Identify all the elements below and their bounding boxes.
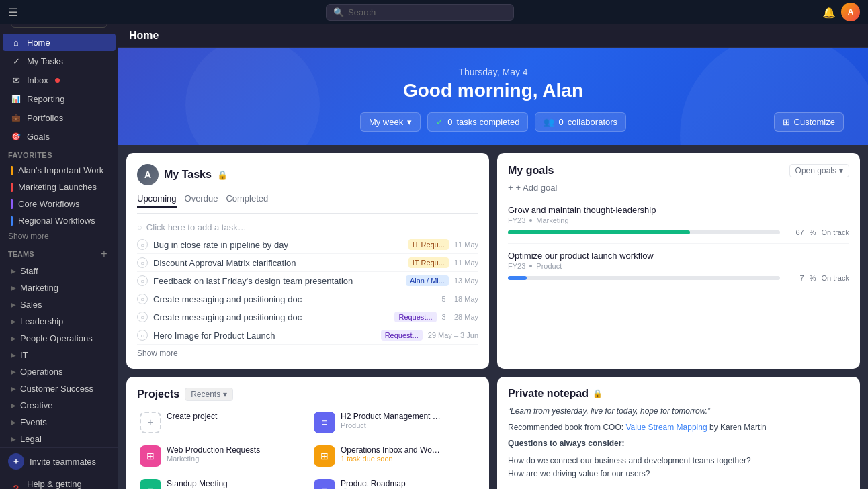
sidebar-item-my-tasks[interactable]: ✓ My Tasks bbox=[3, 52, 116, 70]
task-name: Discount Approval Matrix clarification bbox=[153, 258, 403, 268]
project-item-operations-inbox[interactable]: ⊞ Operations Inbox and Wo… 1 task due so… bbox=[311, 443, 478, 470]
week-filter-button[interactable]: My week ▾ bbox=[360, 112, 421, 132]
task-date: 3 – 28 May bbox=[442, 313, 478, 321]
team-item-people-operations[interactable]: ▶ People Operations bbox=[3, 330, 116, 346]
invite-teammates-button[interactable]: Invite teammates bbox=[0, 447, 118, 475]
team-item-it[interactable]: ▶ IT bbox=[3, 347, 116, 363]
task-tag[interactable]: Request... bbox=[381, 330, 423, 341]
task-date: 11 May bbox=[454, 240, 478, 249]
team-item-customer-success[interactable]: ▶ Customer Success bbox=[3, 381, 116, 396]
goal-row: Optimize our product launch workflow FY2… bbox=[508, 244, 849, 289]
book-link[interactable]: Value Stream Mapping bbox=[625, 423, 707, 432]
task-check-icon[interactable]: ○ bbox=[137, 330, 148, 341]
goals-header: My goals Open goals ▾ bbox=[508, 164, 849, 177]
collaborators-label: collaborators bbox=[568, 117, 617, 127]
collaborators-button[interactable]: 👥 0 collaborators bbox=[535, 112, 626, 132]
lock-icon-tasks: 🔒 bbox=[217, 170, 228, 180]
tasks-show-more[interactable]: Show more bbox=[137, 345, 478, 358]
project-item-standup[interactable]: ≡ Standup Meeting Staff bbox=[137, 476, 304, 489]
user-avatar[interactable]: A bbox=[841, 3, 860, 21]
search-bar[interactable]: 🔍 bbox=[326, 4, 514, 21]
checkmark-icon: ✓ bbox=[436, 117, 443, 127]
project-item-roadmap[interactable]: ≡ Product Roadmap 🔒 Private bbox=[311, 476, 478, 489]
hamburger-button[interactable]: ☰ bbox=[8, 6, 17, 19]
recents-button[interactable]: Recents ▾ bbox=[185, 388, 233, 401]
task-tag[interactable]: IT Requ... bbox=[408, 239, 449, 250]
task-tag[interactable]: IT Requ... bbox=[408, 257, 449, 268]
goal-status: On track bbox=[821, 228, 849, 236]
project-item-h2[interactable]: ≡ H2 Product Management … Product bbox=[311, 409, 478, 436]
team-item-creative[interactable]: ▶ Creative bbox=[3, 398, 116, 413]
team-item-leadership[interactable]: ▶ Leadership bbox=[3, 314, 116, 329]
chevron-icon: ▶ bbox=[11, 301, 16, 308]
favorites-show-more[interactable]: Show more bbox=[0, 229, 118, 244]
create-project-icon: + bbox=[140, 412, 161, 433]
team-item-legal[interactable]: ▶ Legal bbox=[3, 431, 116, 447]
team-label: Staff bbox=[20, 266, 38, 276]
chevron-icon: ▶ bbox=[11, 435, 16, 443]
project-item-create[interactable]: + Create project bbox=[137, 409, 304, 436]
team-label: Events bbox=[20, 417, 47, 427]
open-goals-button[interactable]: Open goals ▾ bbox=[789, 164, 849, 177]
sidebar-item-goals[interactable]: 🎯 Goals bbox=[3, 128, 116, 145]
team-label: Marketing bbox=[20, 283, 58, 293]
task-check-icon[interactable]: ○ bbox=[137, 257, 148, 268]
team-label: Leadership bbox=[20, 316, 63, 326]
project-item-web-production[interactable]: ⊞ Web Production Requests Marketing bbox=[137, 443, 304, 470]
favorite-alans-important-work[interactable]: Alan's Important Work bbox=[3, 163, 116, 178]
book-author: by Karen Martin bbox=[709, 423, 767, 432]
chevron-icon: ▶ bbox=[11, 385, 16, 392]
tab-upcoming[interactable]: Upcoming bbox=[137, 193, 177, 208]
lock-icon: 🔒 bbox=[593, 389, 603, 398]
tasks-completed-count: 0 bbox=[447, 117, 452, 127]
team-item-marketing[interactable]: ▶ Marketing bbox=[3, 280, 116, 296]
teams-section-label: Teams bbox=[8, 250, 34, 258]
sidebar-item-reporting-label: Reporting bbox=[27, 94, 64, 104]
chevron-down-icon: ▾ bbox=[839, 166, 843, 175]
team-item-events[interactable]: ▶ Events bbox=[3, 414, 116, 430]
notifications-button[interactable]: 🔔 bbox=[822, 6, 836, 19]
goal-progress-row: 7% On track bbox=[508, 274, 849, 282]
tab-overdue[interactable]: Overdue bbox=[185, 193, 218, 208]
team-label: Customer Success bbox=[20, 384, 93, 394]
add-team-button[interactable]: + bbox=[98, 248, 110, 260]
sidebar-item-reporting[interactable]: 📊 Reporting bbox=[3, 90, 116, 107]
favorite-regional-workflows[interactable]: Regional Workflows bbox=[3, 213, 116, 228]
customize-button[interactable]: ⊞ Customize bbox=[774, 112, 844, 132]
notepad-book-recommendation: Recommended book from COO: Value Stream … bbox=[508, 421, 849, 433]
inbox-badge bbox=[55, 78, 60, 83]
task-tag[interactable]: Alan / Mi... bbox=[406, 275, 449, 286]
invite-label: Invite teammates bbox=[30, 457, 96, 467]
fav-bar-icon bbox=[11, 183, 13, 192]
fav-bar-icon bbox=[11, 199, 13, 209]
favorite-core-workflows[interactable]: Core Workflows bbox=[3, 196, 116, 212]
sidebar-item-inbox[interactable]: ✉ Inbox bbox=[3, 71, 116, 89]
notepad-card: Private notepad 🔒 “Learn from yesterday,… bbox=[497, 377, 860, 489]
tasks-completed-button[interactable]: ✓ 0 tasks completed bbox=[427, 112, 528, 132]
add-goal-button[interactable]: + + Add goal bbox=[508, 183, 849, 193]
collaborators-count: 0 bbox=[558, 117, 563, 127]
my-tasks-title: My Tasks bbox=[164, 169, 212, 181]
task-check-icon[interactable]: ○ bbox=[137, 312, 148, 322]
task-check-icon[interactable]: ○ bbox=[137, 275, 148, 286]
task-tag[interactable]: Request... bbox=[394, 312, 436, 322]
search-input[interactable] bbox=[348, 7, 496, 17]
team-item-staff[interactable]: ▶ Staff bbox=[3, 263, 116, 279]
project-info: Product Roadmap 🔒 Private bbox=[341, 479, 406, 489]
sidebar-item-help[interactable]: ❓ Help & getting started bbox=[3, 476, 116, 489]
team-item-sales[interactable]: ▶ Sales bbox=[3, 297, 116, 312]
invite-icon bbox=[8, 453, 24, 470]
customize-icon: ⊞ bbox=[783, 117, 790, 127]
project-sub: Product bbox=[341, 421, 441, 429]
task-check-icon[interactable]: ○ bbox=[137, 239, 148, 250]
sidebar-item-home[interactable]: ⌂ Home bbox=[3, 34, 116, 51]
add-task-row[interactable]: ○ Click here to add a task… bbox=[137, 219, 478, 236]
sidebar-item-portfolios[interactable]: 💼 Portfolios bbox=[3, 109, 116, 126]
tab-completed[interactable]: Completed bbox=[226, 193, 268, 208]
task-check-icon[interactable]: ○ bbox=[137, 294, 148, 304]
task-date: 29 May – 3 Jun bbox=[428, 331, 478, 339]
favorite-marketing-launches[interactable]: Marketing Launches bbox=[3, 179, 116, 195]
reporting-icon: 📊 bbox=[11, 93, 21, 104]
team-item-operations[interactable]: ▶ Operations bbox=[3, 364, 116, 380]
chevron-icon: ▶ bbox=[11, 351, 16, 359]
